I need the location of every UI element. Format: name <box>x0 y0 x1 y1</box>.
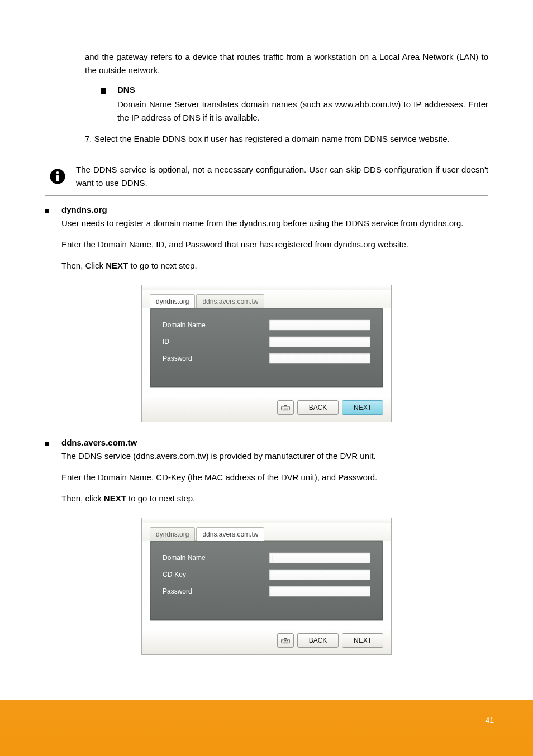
svg-rect-4 <box>283 408 283 408</box>
list-item: ddns.avers.com.tw The DDNS service (ddns… <box>45 438 488 513</box>
divider <box>45 156 488 157</box>
page-footer: 41 <box>0 700 533 756</box>
label-domain: Domain Name <box>163 321 269 329</box>
svg-rect-11 <box>284 640 284 641</box>
info-icon <box>49 168 66 185</box>
back-button[interactable]: BACK <box>297 400 339 415</box>
paragraph: User needs to register a domain name fro… <box>61 217 488 230</box>
page-number: 41 <box>485 716 494 725</box>
label-domain: Domain Name <box>163 554 269 562</box>
tab-strip: dyndns.org ddns.avers.com.tw <box>142 290 391 308</box>
input-id[interactable] <box>269 336 370 347</box>
label-password: Password <box>163 355 269 362</box>
tab-dyndns[interactable]: dyndns.org <box>150 294 195 308</box>
next-button[interactable]: NEXT <box>342 633 383 648</box>
svg-rect-8 <box>283 409 288 409</box>
input-domain[interactable]: | <box>269 552 370 563</box>
svg-point-1 <box>56 171 59 174</box>
square-bullet-icon <box>45 442 49 446</box>
svg-rect-6 <box>285 408 286 408</box>
divider <box>45 195 488 196</box>
list-item: DNS <box>45 85 488 94</box>
ddns-avers-dialog: dyndns.org ddns.avers.com.tw Domain Name… <box>141 518 392 655</box>
svg-rect-3 <box>282 406 290 410</box>
label-cdkey: CD-Key <box>163 571 269 578</box>
svg-rect-5 <box>284 408 284 408</box>
tab-avers[interactable]: ddns.avers.com.tw <box>196 294 264 308</box>
input-password[interactable] <box>269 586 370 597</box>
back-button[interactable]: BACK <box>297 633 339 648</box>
list-item: dyndns.org User needs to register a doma… <box>45 205 488 280</box>
input-domain[interactable] <box>269 319 370 331</box>
paragraph: Then, Click NEXT to go to next step. <box>61 259 488 272</box>
paragraph: Enter the Domain Name, CD-Key (the MAC a… <box>61 471 488 484</box>
paragraph: The DDNS service (ddns.avers.com.tw) is … <box>61 449 488 463</box>
tab-dyndns[interactable]: dyndns.org <box>150 527 195 541</box>
svg-rect-14 <box>283 642 288 642</box>
svg-rect-12 <box>285 640 286 641</box>
item-title: ddns.avers.com.tw <box>61 438 488 447</box>
keyboard-icon <box>281 404 290 411</box>
keyboard-button[interactable] <box>277 400 294 415</box>
paragraph: Enter the Domain Name, ID, and Password … <box>61 238 488 251</box>
input-password[interactable] <box>269 353 370 364</box>
label-password: Password <box>163 587 269 595</box>
info-text: The DDNS service is optional, not a nece… <box>76 163 488 190</box>
paragraph: and the gateway refers to a device that … <box>45 50 488 77</box>
tab-avers[interactable]: ddns.avers.com.tw <box>196 527 264 541</box>
tab-strip: dyndns.org ddns.avers.com.tw <box>142 523 391 541</box>
paragraph: 7. Select the Enable DDNS box if user ha… <box>45 132 488 146</box>
paragraph: Then, click NEXT to go to next step. <box>61 492 488 505</box>
input-cdkey[interactable] <box>269 569 370 580</box>
item-title: dyndns.org <box>61 205 488 214</box>
ddns-dyndns-dialog: dyndns.org ddns.avers.com.tw Domain Name… <box>141 285 392 422</box>
item-title: DNS <box>117 85 135 94</box>
label-id: ID <box>163 338 269 346</box>
square-bullet-icon <box>101 88 106 94</box>
svg-rect-10 <box>283 640 283 641</box>
keyboard-button[interactable] <box>277 633 294 648</box>
keyboard-icon <box>281 637 290 644</box>
info-note: The DDNS service is optional, not a nece… <box>45 163 488 190</box>
square-bullet-icon <box>45 209 49 213</box>
paragraph: Domain Name Server translates domain nam… <box>45 98 488 125</box>
svg-rect-13 <box>287 640 288 641</box>
page-body: and the gateway refers to a device that … <box>0 0 533 655</box>
svg-rect-7 <box>287 408 288 408</box>
svg-rect-2 <box>56 175 59 181</box>
next-button[interactable]: NEXT <box>342 400 383 415</box>
